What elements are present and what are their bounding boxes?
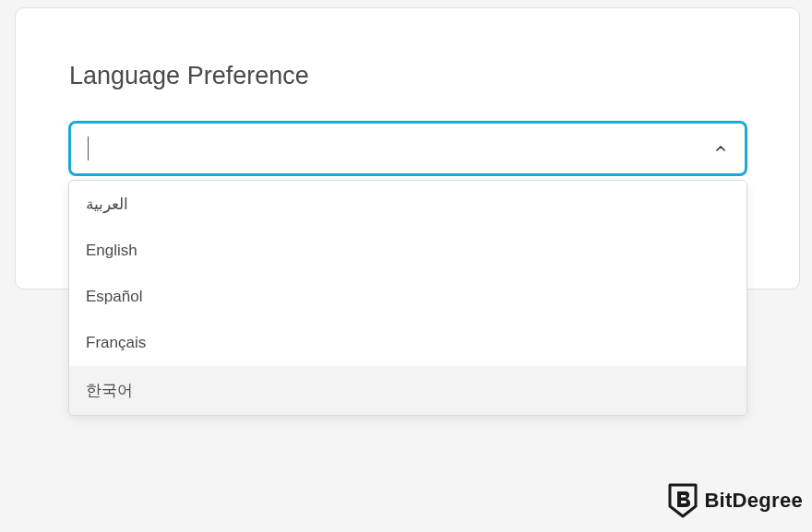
language-option-spanish[interactable]: Español xyxy=(69,274,746,320)
bitdegree-shield-icon xyxy=(667,482,699,519)
language-option-korean[interactable]: 한국어 xyxy=(69,366,746,415)
section-title: Language Preference xyxy=(69,62,746,90)
language-select[interactable] xyxy=(68,121,747,176)
language-option-english[interactable]: English xyxy=(69,228,746,274)
brand-name: BitDegree xyxy=(704,489,803,513)
language-dropdown: العربية English Español Français 한국어 xyxy=(68,180,747,416)
language-option-arabic[interactable]: العربية xyxy=(69,181,746,228)
language-option-french[interactable]: Français xyxy=(69,320,746,366)
language-search-input[interactable] xyxy=(89,138,713,160)
brand-watermark: BitDegree xyxy=(667,482,803,519)
chevron-up-icon[interactable] xyxy=(713,141,728,156)
